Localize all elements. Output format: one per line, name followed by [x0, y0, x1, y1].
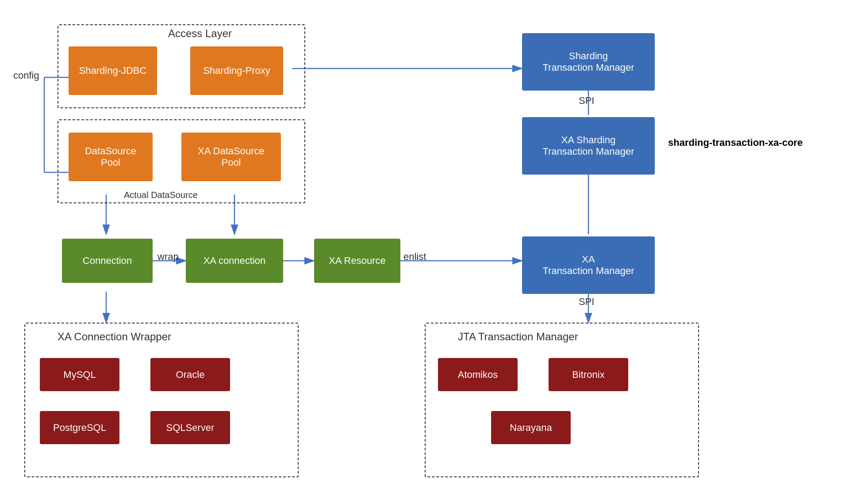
- wrap-label: wrap: [157, 251, 179, 263]
- connection-box: Connection: [62, 239, 153, 283]
- jta-transaction-manager-box: [425, 323, 699, 477]
- jta-transaction-manager-label: JTA Transaction Manager: [458, 331, 578, 343]
- config-label: config: [13, 70, 39, 81]
- xa-connection-box: XA connection: [186, 239, 283, 283]
- sharding-transaction-manager-box: Sharding Transaction Manager: [522, 33, 655, 91]
- sharding-jdbc-box: Sharding-JDBC: [69, 46, 157, 95]
- xa-sharding-transaction-manager-box: XA Sharding Transaction Manager: [522, 117, 655, 175]
- spi-bottom-label: SPI: [579, 296, 594, 308]
- sqlserver-box: SQLServer: [150, 411, 230, 444]
- datasource-pool-box: DataSource Pool: [69, 133, 153, 181]
- xa-connection-wrapper-box: [24, 323, 299, 477]
- postgresql-box: PostgreSQL: [40, 411, 119, 444]
- bitronix-box: Bitronix: [549, 358, 628, 391]
- xa-connection-wrapper-label: XA Connection Wrapper: [58, 331, 171, 343]
- access-layer-label: Access Layer: [168, 27, 232, 40]
- oracle-box: Oracle: [150, 358, 230, 391]
- narayana-box: Narayana: [491, 411, 571, 444]
- xa-resource-box: XA Resource: [314, 239, 400, 283]
- enlist-label: enlist: [403, 251, 426, 263]
- xa-datasource-pool-box: XA DataSource Pool: [181, 133, 281, 181]
- spi-top-label: SPI: [579, 95, 594, 107]
- diagram-container: Access Layer Sharding-JDBC Sharding-Prox…: [0, 0, 868, 495]
- mysql-box: MySQL: [40, 358, 119, 391]
- atomikos-box: Atomikos: [438, 358, 518, 391]
- sharding-proxy-box: Sharding-Proxy: [190, 46, 283, 95]
- sharding-transaction-xa-core-label: sharding-transaction-xa-core: [668, 137, 803, 148]
- actual-datasource-label: Actual DataSource: [124, 190, 198, 200]
- xa-transaction-manager-box: XA Transaction Manager: [522, 236, 655, 294]
